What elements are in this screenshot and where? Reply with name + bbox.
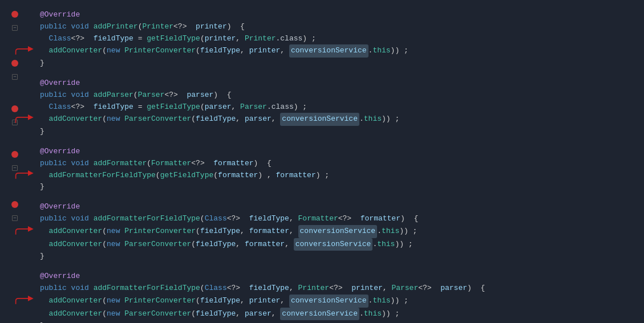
breakpoint-3[interactable] xyxy=(10,104,20,114)
method-addFormatterForFieldType-2: @Override public void addFormatterForFie… xyxy=(30,265,644,323)
param-parser-1: parser xyxy=(187,89,213,101)
code-editor: − − − − xyxy=(0,0,644,323)
method-addConverter-2: addConverter xyxy=(49,113,103,125)
sym-p10: ( xyxy=(191,113,196,125)
gutter-section-2: − xyxy=(10,54,20,87)
fold-2[interactable]: − xyxy=(10,72,20,82)
param-ft-5b: fieldType xyxy=(196,308,236,320)
method-addPrinter: @Override public void addPrinter ( Print… xyxy=(30,5,644,72)
line-annotation-2: @Override xyxy=(40,77,644,89)
method-addConverter-1: addConverter xyxy=(49,45,103,57)
line-annotation-4: @Override xyxy=(40,201,644,213)
sym-p13: . xyxy=(359,113,364,125)
type-Formatter-1: Formatter xyxy=(151,158,191,170)
override-annotation-1: @Override xyxy=(40,9,80,21)
kw-void-1: void xyxy=(71,21,94,33)
param-printer-5: printer xyxy=(351,283,383,295)
method-getFieldType-1: getFieldType xyxy=(147,33,200,45)
sym-ff9: , xyxy=(289,226,298,238)
line-addConverter-5a: addConverter ( new PrinterConverter ( fi… xyxy=(40,295,644,308)
highlight-conversionService-5: conversionService xyxy=(289,295,368,308)
sym-s10: , xyxy=(240,295,249,307)
sym-8: ) ; xyxy=(302,33,315,45)
param-formatter-ref-3: formatter xyxy=(249,226,289,238)
method-addPrinter-name: addPrinter xyxy=(94,21,138,33)
sym-ff16: . xyxy=(372,239,377,251)
type-PrinterConverter-3: PrinterConverter xyxy=(124,295,196,307)
method-addConverter-5a: addConverter xyxy=(49,295,103,307)
param-ft-5a: fieldType xyxy=(200,295,240,307)
line-addFormatter-inner: addFormatterForFieldType ( getFieldType … xyxy=(40,170,644,182)
type-ParserConverter-3: ParserConverter xyxy=(124,308,191,320)
sym-ff5: ) { xyxy=(400,213,418,225)
param-fieldType-5: fieldType xyxy=(249,283,289,295)
method-addParser: @Override public void addParser ( Parser… xyxy=(30,72,644,140)
sym-2: <?> xyxy=(173,21,196,33)
fold-5[interactable]: − xyxy=(10,213,20,223)
type-Formatter-2: Formatter xyxy=(298,213,338,225)
breakpoint-4[interactable] xyxy=(10,149,20,160)
sym-1: ( xyxy=(138,21,143,33)
kw-new-6: new xyxy=(107,308,124,320)
line-class-2: Class <?> fieldType = getFieldType ( par… xyxy=(40,101,644,113)
highlight-conversionService-6: conversionService xyxy=(280,308,359,321)
sym-ff8: , xyxy=(240,226,249,238)
sym-6: ( xyxy=(200,33,205,45)
sym-p3: ) { xyxy=(213,89,231,101)
type-Parser-1: Parser xyxy=(138,89,165,101)
sym-ff14: , xyxy=(236,239,245,251)
line-addConverter-4b: addConverter ( new ParserConverter ( fie… xyxy=(40,238,644,251)
kw-class-3: Class xyxy=(205,213,227,225)
line-addConverter-4a: addConverter ( new PrinterConverter ( fi… xyxy=(40,225,644,238)
sym-13: . xyxy=(368,45,373,57)
kw-void-4: void xyxy=(71,213,94,225)
breakpoint-2[interactable] xyxy=(10,58,20,68)
kw-void-2: void xyxy=(71,89,94,101)
type-ParserConverter-1: ParserConverter xyxy=(124,113,191,125)
param-parser-5: parser xyxy=(440,283,467,295)
sym-p11: , xyxy=(236,113,245,125)
type-PrinterConverter-2: PrinterConverter xyxy=(124,226,196,238)
sym-9: ( xyxy=(102,45,107,57)
kw-void-3: void xyxy=(71,158,94,170)
sym-f7: ) ; xyxy=(316,170,329,182)
sym-7: , xyxy=(236,33,245,45)
arrow-4 xyxy=(15,226,35,236)
method-addConverter-4a: addConverter xyxy=(49,226,103,238)
breakpoint-1[interactable] xyxy=(10,9,20,19)
kw-this-5: this xyxy=(372,295,390,307)
kw-this-6: this xyxy=(364,308,382,320)
sym-ff3: , xyxy=(289,213,298,225)
sym-12: , xyxy=(280,45,289,57)
line-method-sig-4: public void addFormatterForFieldType ( C… xyxy=(40,213,644,225)
line-addConverter-1: addConverter ( new PrinterConverter ( fi… xyxy=(40,44,644,58)
sym-p1: ( xyxy=(133,89,138,101)
method-addFormatterForFieldType-call: addFormatterForFieldType xyxy=(49,170,156,182)
sym-s11: , xyxy=(280,295,289,307)
line-close-4: } xyxy=(40,251,644,263)
sym-f1: ( xyxy=(147,158,151,170)
kw-class-2: Class xyxy=(49,101,71,113)
param-printer-2: printer xyxy=(249,45,281,57)
sym-ff11: )) ; xyxy=(399,226,417,238)
breakpoint-5[interactable] xyxy=(10,199,20,210)
type-ParserConverter-2: ParserConverter xyxy=(124,239,191,251)
sym-close-4: } xyxy=(40,251,44,263)
sym-10: ( xyxy=(196,45,200,57)
sym-4: <?> xyxy=(71,33,94,45)
sym-ff10: . xyxy=(377,226,382,238)
sym-close-1: } xyxy=(40,58,44,69)
override-annotation-3: @Override xyxy=(40,146,80,158)
sym-close-2: } xyxy=(40,126,44,138)
fold-1[interactable]: − xyxy=(10,23,20,33)
sym-ff15: , xyxy=(285,239,294,251)
arrow-3 xyxy=(15,170,35,181)
kw-new-5: new xyxy=(107,295,124,307)
sym-f2: <?> xyxy=(191,158,213,170)
sym-3: ) { xyxy=(227,21,245,33)
kw-class-1: Class xyxy=(49,33,71,45)
sym-close-5: } xyxy=(40,320,44,323)
override-annotation-5: @Override xyxy=(40,271,80,283)
method-getFieldType-3: getFieldType xyxy=(160,170,214,182)
method-addFFFT-2: addFormatterForFieldType xyxy=(94,283,200,295)
